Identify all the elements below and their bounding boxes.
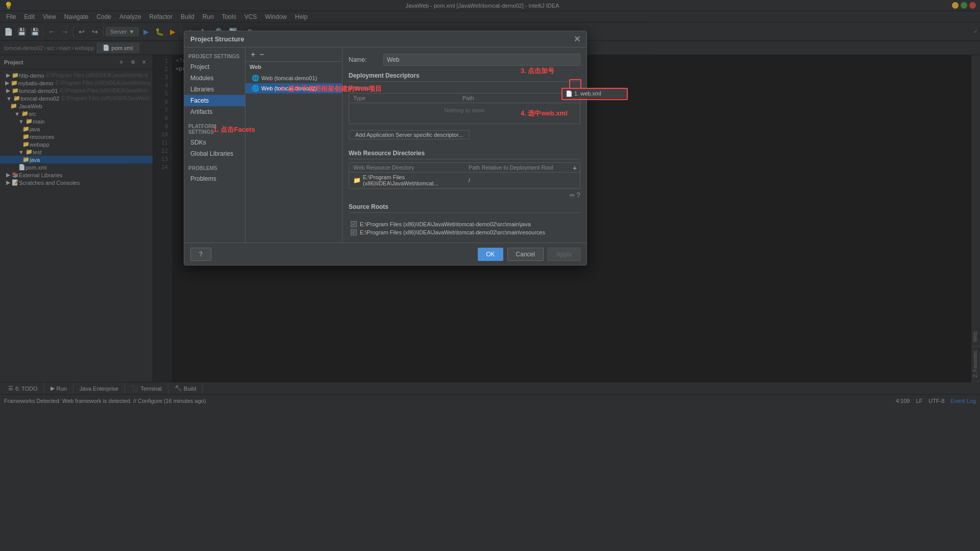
dialog-title: Project Structure bbox=[190, 35, 244, 43]
nav-item-modules[interactable]: Modules bbox=[184, 73, 245, 84]
wrd-col1-header: Web Resource Directory bbox=[349, 163, 464, 172]
add-web-facet-btn[interactable]: + bbox=[250, 50, 256, 59]
web-icon: 🌐 bbox=[252, 85, 259, 92]
wrd-edit-btn[interactable]: ✏ bbox=[570, 191, 575, 199]
deployment-descriptors-header: Deployment Descriptors bbox=[349, 72, 580, 82]
ok-button[interactable]: OK bbox=[478, 248, 503, 261]
dd-table-body: Nothing to show bbox=[349, 103, 580, 124]
project-settings-label: Project Settings bbox=[184, 52, 245, 61]
wrd-table: Web Resource Directory Path Relative to … bbox=[349, 162, 580, 189]
wrd-folder-icon: 📁 bbox=[353, 177, 361, 184]
nav-item-facets[interactable]: Facets bbox=[184, 95, 245, 106]
web-item-tomcat-demo02[interactable]: 🌐 Web (tomcat-demo02) bbox=[246, 83, 342, 93]
web-icon: 🌐 bbox=[252, 75, 259, 82]
web-item-label-1: Web (tomcat-demo01) bbox=[261, 75, 317, 81]
name-input[interactable] bbox=[383, 54, 580, 66]
source-root-2: ✓ E:\Program Files (x86)\IDEA\JavaWeb\to… bbox=[349, 228, 580, 236]
dialog-middle-header: + − bbox=[246, 47, 342, 62]
wrd-col2-header: Path Relative to Deployment Root bbox=[464, 163, 580, 172]
nav-item-project[interactable]: Project bbox=[184, 61, 245, 73]
type-col-header: Type bbox=[349, 93, 458, 103]
wrd-row-1: 📁 E:\Program Files (x86)\IDEA\JavaWeb\to… bbox=[349, 173, 580, 188]
wrd-rel-path: / bbox=[464, 176, 580, 185]
nav-item-problems[interactable]: Problems bbox=[184, 173, 245, 184]
wrd-add-btn[interactable]: + bbox=[569, 162, 580, 174]
dd-add-btn[interactable]: + bbox=[572, 94, 576, 102]
help-button[interactable]: ? bbox=[190, 248, 211, 261]
web-item-tomcat-demo01[interactable]: 🌐 Web (tomcat-demo01) bbox=[246, 73, 342, 83]
project-structure-dialog: Project Structure ✕ Project Settings Pro… bbox=[184, 31, 587, 266]
wrd-path-label: E:\Program Files (x86)\IDEA\JavaWeb\tomc… bbox=[363, 174, 460, 186]
name-field-row: Name: bbox=[349, 54, 580, 66]
problems-label: Problems bbox=[184, 163, 245, 173]
wrd-path: 📁 E:\Program Files (x86)\IDEA\JavaWeb\to… bbox=[349, 173, 464, 188]
nav-item-libraries[interactable]: Libraries bbox=[184, 84, 245, 95]
source-root-1-checkbox[interactable]: ✓ bbox=[351, 221, 357, 227]
dialog-footer: ? OK Cancel Apply bbox=[184, 243, 586, 265]
dd-header-row: Detection bbox=[349, 85, 580, 91]
source-roots-section: ✓ E:\Program Files (x86)\IDEA\JavaWeb\to… bbox=[349, 220, 580, 236]
cancel-button[interactable]: Cancel bbox=[507, 248, 544, 261]
add-app-server-descriptor-btn[interactable]: Add Application Server specific descript… bbox=[349, 130, 470, 139]
deployment-descriptors-label: Deployment Descriptors bbox=[349, 72, 420, 79]
dialog-nav: Project Settings Project Modules Librari… bbox=[184, 47, 246, 243]
dd-table: Type Path + Nothing to show bbox=[349, 93, 580, 124]
web-section-label: Web bbox=[246, 62, 342, 71]
dialog-middle: + − Web 🌐 Web (tomcat-demo01) 🌐 Web (tom… bbox=[246, 47, 342, 243]
web-resource-directories-header: Web Resource Directories bbox=[349, 150, 580, 159]
source-root-1-path: E:\Program Files (x86)\IDEA\JavaWeb\tomc… bbox=[360, 221, 531, 227]
web-item-label-2: Web (tomcat-demo02) bbox=[261, 85, 317, 91]
remove-web-facet-btn[interactable]: − bbox=[258, 50, 265, 59]
nav-item-artifacts[interactable]: Artifacts bbox=[184, 106, 245, 117]
dialog-right-panel: Name: Deployment Descriptors Detection T… bbox=[342, 47, 586, 243]
dd-detection-label: Detection bbox=[349, 85, 580, 91]
source-roots-label: Source Roots bbox=[349, 203, 388, 210]
web-resource-directories-label: Web Resource Directories bbox=[349, 150, 425, 157]
source-root-1: ✓ E:\Program Files (x86)\IDEA\JavaWeb\to… bbox=[349, 220, 580, 228]
add-app-server-descriptor-label: Add Application Server specific descript… bbox=[355, 132, 463, 138]
dialog-close-button[interactable]: ✕ bbox=[574, 34, 580, 44]
deployment-descriptors-area: Detection Type Path + Nothing to show bbox=[349, 85, 580, 146]
dd-table-header: Type Path + bbox=[349, 93, 580, 103]
platform-settings-label: Platform Settings bbox=[184, 122, 245, 137]
web-list: 🌐 Web (tomcat-demo01) 🌐 Web (tomcat-demo… bbox=[246, 71, 342, 95]
source-root-2-path: E:\Program Files (x86)\IDEA\JavaWeb\tomc… bbox=[360, 229, 545, 235]
wrd-help-btn[interactable]: ? bbox=[576, 191, 580, 199]
nav-item-global-libraries[interactable]: Global Libraries bbox=[184, 148, 245, 159]
path-col-header: Path bbox=[458, 93, 568, 103]
wrd-actions: ✏ ? bbox=[349, 191, 580, 199]
dialog-body: Project Settings Project Modules Librari… bbox=[184, 47, 586, 243]
apply-button[interactable]: Apply bbox=[548, 248, 580, 261]
nav-item-sdks[interactable]: SDKs bbox=[184, 137, 245, 148]
wrd-header: Web Resource Directory Path Relative to … bbox=[349, 163, 580, 173]
dd-add-col: + bbox=[568, 93, 580, 103]
name-label: Name: bbox=[349, 56, 379, 63]
source-root-2-checkbox[interactable]: ✓ bbox=[351, 229, 357, 235]
dd-empty-label: Nothing to show bbox=[349, 103, 580, 117]
source-roots-header: Source Roots bbox=[349, 203, 580, 213]
dialog-title-bar: Project Structure ✕ bbox=[184, 31, 586, 47]
modal-backdrop: Project Structure ✕ Project Settings Pro… bbox=[0, 0, 980, 551]
footer-right-buttons: OK Cancel Apply bbox=[478, 248, 580, 261]
